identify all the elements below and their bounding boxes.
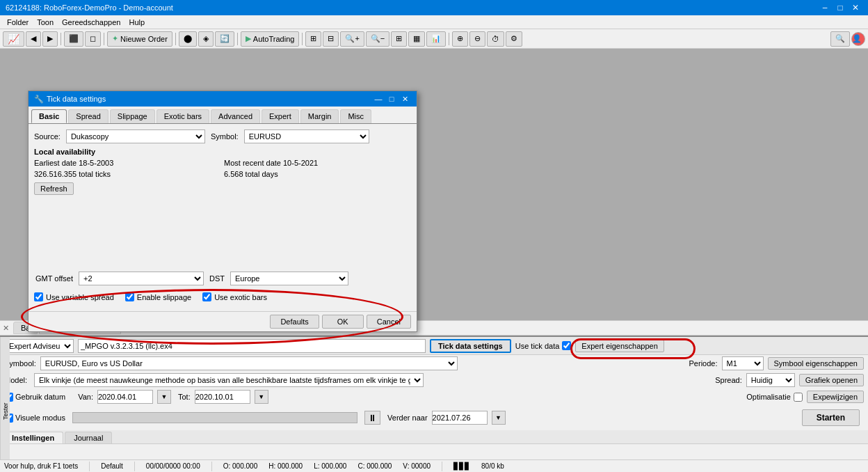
- dialog-minimize[interactable]: —: [372, 93, 385, 105]
- toolbar-btn-4[interactable]: ⬛: [64, 31, 83, 47]
- enable-slippage-checkbox-item[interactable]: Enable slippage: [125, 292, 191, 301]
- sep3: [175, 33, 176, 45]
- toolbar-btn-8[interactable]: 🔄: [215, 31, 234, 47]
- sep6: [449, 33, 449, 45]
- to-date-input[interactable]: [195, 390, 250, 404]
- tick-settings-button[interactable]: Tick data settings: [430, 339, 511, 353]
- toolbar-btn-14[interactable]: ▦: [408, 31, 425, 47]
- toolbar-btn-9[interactable]: ⊞: [305, 31, 321, 47]
- toolbar-btn-17[interactable]: ⊖: [469, 31, 485, 47]
- gmt-select[interactable]: +2 +1 0: [79, 272, 204, 285]
- toolbar-btn-15[interactable]: 📊: [426, 31, 446, 47]
- toolbar-btn-3[interactable]: ▶: [42, 31, 58, 47]
- exotic-bars-label: Use exotic bars: [214, 293, 267, 301]
- help-text: Voor hulp, druk F1 toets: [4, 462, 78, 470]
- spread-label: Spread:: [715, 376, 742, 384]
- menu-gereedschappen[interactable]: Gereedschappen: [58, 17, 124, 28]
- symbol-select-bottom[interactable]: EURUSD, Euro vs US Dollar: [40, 356, 458, 370]
- tab-margin[interactable]: Margin: [300, 109, 339, 123]
- tab-spread[interactable]: Spread: [68, 109, 108, 123]
- source-label: Source:: [34, 132, 61, 141]
- nieuwe-order-button[interactable]: ✦ Nieuwe Order: [107, 31, 172, 47]
- symbol-label: Symbol:: [211, 132, 239, 141]
- toolbar-btn-12[interactable]: 🔍−: [366, 31, 389, 47]
- from-date-input[interactable]: [97, 390, 153, 404]
- model-select[interactable]: Elk vinkje (de meest nauwkeunge methode …: [34, 373, 424, 387]
- use-tick-label-group[interactable]: Use tick data: [515, 341, 572, 350]
- pause-button[interactable]: ⏸: [364, 411, 380, 425]
- exotic-bars-checkbox[interactable]: [202, 292, 211, 301]
- symbol-props-button[interactable]: Symbool eigenschappen: [768, 357, 864, 370]
- period-select[interactable]: M1: [722, 356, 764, 370]
- new-chart-button[interactable]: 📈: [3, 31, 24, 47]
- optimize-checkbox[interactable]: [794, 393, 803, 402]
- dst-select[interactable]: Europe US None: [230, 272, 348, 285]
- close-x[interactable]: ✕: [3, 324, 9, 333]
- toolbar-btn-6[interactable]: ⬤: [179, 31, 197, 47]
- from-date-picker[interactable]: ▼: [157, 390, 171, 404]
- menu-hulp[interactable]: Hulp: [124, 17, 149, 28]
- to-date-picker[interactable]: ▼: [255, 390, 268, 404]
- start-button[interactable]: Starten: [802, 409, 860, 426]
- enable-slippage-checkbox[interactable]: [125, 292, 134, 301]
- progress-bar-container: [72, 412, 357, 423]
- menu-toon[interactable]: Toon: [33, 17, 58, 28]
- tab-slippage[interactable]: Slippage: [110, 109, 155, 123]
- dialog-tab-bar: Basic Spread Slippage Exotic bars Advanc…: [29, 107, 417, 124]
- status-sep-1: [89, 462, 90, 471]
- from-label: Van:: [78, 393, 93, 401]
- gebruik-datum-group[interactable]: Gebruik datum: [4, 393, 65, 402]
- bar-icon: ▊▊▊: [453, 462, 470, 470]
- visuele-modus-group[interactable]: Visuele modus: [4, 414, 65, 423]
- tick-data-settings-dialog: 🔧 Tick data settings — □ ✕ Basic Spread …: [28, 91, 417, 332]
- refresh-button[interactable]: Refresh: [34, 182, 74, 195]
- spread-select[interactable]: Huidig: [746, 373, 795, 387]
- expert-properties-button[interactable]: Expert eigenschappen: [575, 340, 664, 352]
- toolbar-btn-5[interactable]: ◻: [85, 31, 101, 47]
- dialog-maximize[interactable]: □: [385, 93, 398, 105]
- toolbar-btn-11[interactable]: 🔍+: [340, 31, 364, 47]
- tab-exotic-bars[interactable]: Exotic bars: [156, 109, 209, 123]
- expewijzigen-button[interactable]: Expewijzigen: [807, 391, 864, 403]
- exotic-bars-checkbox-item[interactable]: Use exotic bars: [202, 292, 267, 301]
- auto-trading-button[interactable]: ▶ AutoTrading: [241, 31, 300, 47]
- user-button[interactable]: 👤: [851, 32, 865, 46]
- tab-instellingen[interactable]: Instellingen: [3, 432, 63, 443]
- toolbar-btn-2[interactable]: ◀: [26, 31, 41, 47]
- tab-basic[interactable]: Basic: [31, 109, 67, 123]
- tab-advanced[interactable]: Advanced: [211, 109, 260, 123]
- toolbar-btn-18[interactable]: ⏱: [487, 31, 504, 47]
- order-icon: ✦: [112, 34, 118, 43]
- open-chart-button[interactable]: Grafiek openen: [799, 374, 864, 386]
- tab-misc[interactable]: Misc: [340, 109, 371, 123]
- toolbar-btn-13[interactable]: ⊞: [391, 31, 407, 47]
- toolbar-btn-10[interactable]: ⊟: [323, 31, 339, 47]
- symbol-select[interactable]: EURUSD: [244, 129, 369, 143]
- optimize-group[interactable]: Optimalisatie: [746, 393, 803, 402]
- defaults-button[interactable]: Defaults: [270, 315, 319, 329]
- toolbar-btn-19[interactable]: ⚙: [506, 31, 522, 47]
- minimize-button[interactable]: –: [818, 1, 832, 15]
- cancel-button[interactable]: Cancel: [367, 315, 411, 329]
- status-sep-4: [442, 462, 442, 471]
- search-button[interactable]: 🔍: [830, 31, 850, 47]
- variable-spread-checkbox[interactable]: [34, 292, 43, 301]
- maximize-button[interactable]: □: [833, 1, 847, 15]
- close-button[interactable]: ✕: [849, 1, 862, 15]
- variable-spread-checkbox-item[interactable]: Use variable spread: [34, 292, 114, 301]
- source-select[interactable]: Dukascopy: [66, 129, 205, 143]
- expert-file-input[interactable]: [78, 339, 426, 353]
- dialog-close[interactable]: ✕: [399, 93, 411, 105]
- menu-folder[interactable]: Folder: [3, 17, 33, 28]
- c-value: C: 000.000: [357, 462, 392, 470]
- ok-button[interactable]: OK: [322, 315, 364, 329]
- forward-date-input[interactable]: [432, 411, 488, 425]
- use-tick-checkbox[interactable]: [562, 341, 571, 350]
- tab-journaal[interactable]: Journaal: [65, 432, 112, 443]
- expert-type-select[interactable]: Expert Adviseur: [4, 339, 74, 353]
- tab-expert[interactable]: Expert: [262, 109, 299, 123]
- tester-side-label: Tester: [0, 337, 10, 472]
- toolbar-btn-16[interactable]: ⊕: [452, 31, 468, 47]
- toolbar-btn-7[interactable]: ◈: [198, 31, 214, 47]
- forward-date-picker[interactable]: ▼: [492, 411, 506, 425]
